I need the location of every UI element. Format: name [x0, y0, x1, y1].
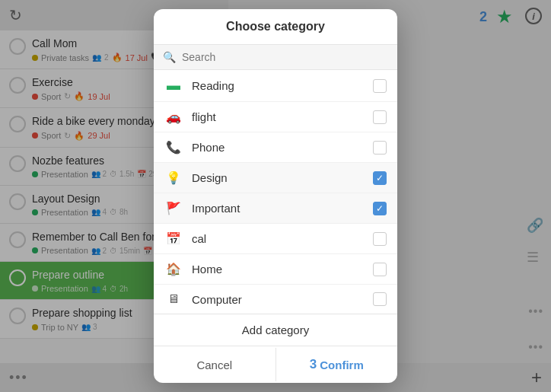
category-checkbox-important[interactable] — [373, 202, 387, 215]
home-icon: 🏠 — [164, 262, 183, 276]
design-icon: 💡 — [164, 171, 183, 185]
category-item-reading[interactable]: ▬ Reading — [154, 70, 397, 102]
search-icon: 🔍 — [163, 51, 176, 63]
category-checkbox-home[interactable] — [373, 263, 387, 276]
category-item-phone[interactable]: 📞 Phone — [154, 132, 397, 163]
category-label: flight — [192, 110, 364, 123]
modal-header: Choose category — [154, 9, 397, 45]
choose-category-modal: Choose category 🔍 ▬ Reading 🚗 flight — [154, 9, 397, 383]
confirm-count: 3 — [310, 357, 317, 372]
category-item-design[interactable]: 💡 Design — [154, 163, 397, 193]
search-bar: 🔍 — [154, 45, 397, 70]
modal-overlay: Choose category 🔍 ▬ Reading 🚗 flight — [0, 0, 551, 392]
category-item-home[interactable]: 🏠 Home — [154, 254, 397, 285]
search-input[interactable] — [182, 51, 388, 63]
category-label: Important — [192, 202, 364, 215]
category-checkbox-phone[interactable] — [373, 141, 387, 155]
category-label: Home — [192, 263, 364, 276]
phone-icon: 📞 — [164, 140, 183, 155]
confirm-button[interactable]: 3 Confirm — [276, 348, 398, 381]
important-icon: 🚩 — [164, 201, 183, 215]
confirm-label: Confirm — [320, 359, 364, 371]
category-checkbox-cal[interactable] — [373, 232, 387, 246]
category-item-flight[interactable]: 🚗 flight — [154, 102, 397, 132]
add-category-label: Add category — [242, 323, 309, 336]
category-label: Phone — [192, 141, 364, 154]
add-category-button[interactable]: Add category — [154, 314, 397, 346]
modal-title: Choose category — [226, 20, 325, 33]
category-item-important[interactable]: 🚩 Important — [154, 193, 397, 224]
category-label: Computer — [192, 293, 364, 306]
category-item-cal[interactable]: 📅 cal — [154, 224, 397, 254]
flight-icon: 🚗 — [164, 110, 183, 124]
category-checkbox-flight[interactable] — [373, 110, 387, 124]
reading-icon: ▬ — [164, 78, 183, 94]
category-label: Reading — [192, 79, 364, 92]
computer-icon: 🖥 — [164, 292, 183, 306]
category-list: ▬ Reading 🚗 flight 📞 Phone 💡 Design — [154, 70, 397, 314]
category-label: Design — [192, 171, 364, 184]
category-label: cal — [192, 232, 364, 245]
category-checkbox-design[interactable] — [373, 171, 387, 185]
category-item-computer[interactable]: 🖥 Computer — [154, 285, 397, 314]
cancel-label: Cancel — [196, 359, 232, 371]
cal-icon: 📅 — [164, 231, 183, 246]
category-checkbox-reading[interactable] — [373, 79, 387, 93]
cancel-button[interactable]: Cancel — [154, 349, 276, 381]
modal-footer: Cancel 3 Confirm — [154, 346, 397, 383]
category-checkbox-computer[interactable] — [373, 292, 387, 306]
